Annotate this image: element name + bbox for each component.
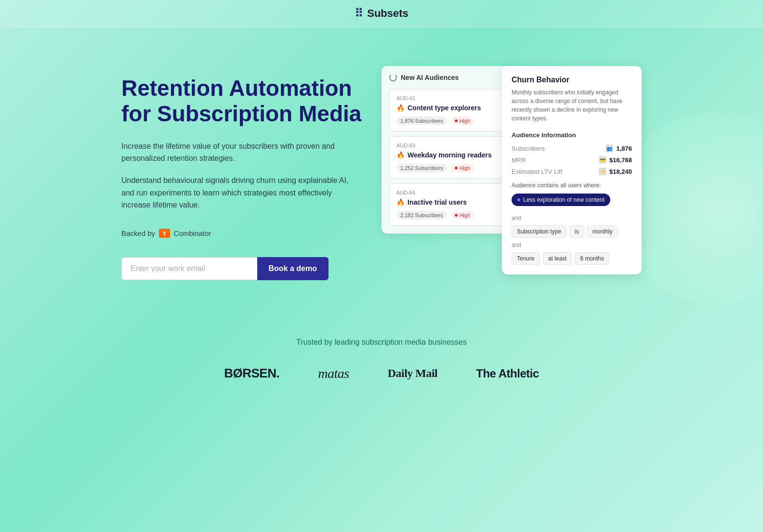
info-row-mrr: MRR 💳 $16,768 [512, 156, 632, 164]
card-name-1: Content type explorers [408, 104, 481, 112]
risk-dot-1 [455, 119, 458, 122]
email-form: Book a demo [121, 257, 329, 280]
ai-panel-header: New AI Audiences [389, 74, 513, 81]
hero-desc1: Increase the lifetime value of your subs… [121, 140, 362, 165]
hero-title: Retention Automation for Subscription Me… [121, 76, 362, 127]
flame-icon-2: 🔥 [396, 151, 405, 159]
audience-card-2[interactable]: AUD-63 🔥 Weekday morning readers 1,252 S… [389, 136, 513, 179]
card-badges-1: 1,876 Subscribers High [396, 117, 506, 125]
audience-card-3[interactable]: AUD-64 🔥 Inactive trial users 2,182 Subs… [389, 183, 513, 226]
logo-text: Subsets [367, 7, 408, 20]
card-name-3: Inactive trial users [408, 198, 467, 206]
brand-matas: matas [318, 366, 349, 381]
info-value-subscribers: 👥 1,876 [605, 144, 632, 152]
brand-logos: BØRSEN. matas Daily Mail The Athletic [19, 366, 744, 381]
trusted-section: Trusted by leading subscription media bu… [0, 309, 763, 401]
condition-tag-sub-type: Subscription type [512, 225, 566, 238]
logo-icon: ⠿ [355, 7, 363, 20]
card-badges-3: 2,182 Subscribers High [396, 211, 506, 220]
audience-contains-label: Audience contains all users where: [512, 182, 632, 189]
card-name-row-2: 🔥 Weekday morning readers [396, 151, 506, 159]
audience-info-title: Audience Information [512, 131, 632, 139]
brand-borsen: BØRSEN. [224, 366, 279, 381]
hero-desc2: Understand behavioural signals driving c… [121, 174, 362, 211]
subscribers-icon: 👥 [605, 144, 613, 152]
flame-icon-1: 🔥 [396, 104, 405, 112]
email-input[interactable] [121, 257, 257, 280]
subscribers-badge-3: 2,182 Subscribers [396, 211, 447, 220]
condition-chip: Less exploration of new content [512, 194, 610, 206]
hero-right: New AI Audiences AUD-61 🔥 Content type e… [382, 66, 642, 259]
ltv-icon: ⚡ [599, 168, 606, 175]
condition-tag-at-least: at least [543, 252, 572, 265]
churn-desc: Monthly subscribers who initially engage… [512, 88, 632, 123]
info-row-subscribers: Subscribers 👥 1,876 [512, 144, 632, 152]
demo-button[interactable]: Book a demo [257, 257, 329, 280]
chip-dot [517, 198, 520, 201]
brand-daily-mail: Daily Mail [388, 367, 438, 380]
condition-tag-monthly: monthly [587, 225, 618, 238]
condition-tag-is: is [569, 225, 584, 238]
condition-tag-months: 6 months [575, 252, 609, 265]
risk-badge-1: High [451, 117, 474, 125]
risk-dot-3 [455, 214, 458, 217]
flame-icon-3: 🔥 [396, 198, 405, 206]
backed-by: Backed by Y Combinator [121, 229, 362, 238]
trusted-label: Trusted by leading subscription media bu… [19, 338, 744, 347]
info-row-ltv: Estimated LTV Lift ⚡ $18,240 [512, 168, 632, 175]
card-name-row-3: 🔥 Inactive trial users [396, 198, 506, 206]
card-id-3: AUD-64 [396, 190, 506, 195]
mrr-icon: 💳 [599, 156, 606, 164]
card-id-1: AUD-61 [396, 95, 506, 101]
yc-badge: Y [159, 229, 170, 238]
card-name-row-1: 🔥 Content type explorers [396, 104, 506, 112]
card-name-2: Weekday morning readers [408, 151, 492, 159]
ai-audiences-panel: New AI Audiences AUD-61 🔥 Content type e… [382, 66, 521, 234]
info-label-subscribers: Subscribers [512, 145, 545, 152]
ai-panel-title: New AI Audiences [401, 74, 459, 81]
churn-title: Churn Behavior [512, 76, 632, 84]
card-id-2: AUD-63 [396, 143, 506, 148]
spinner-icon [389, 74, 397, 81]
risk-badge-3: High [451, 211, 474, 220]
info-label-mrr: MRR [512, 156, 526, 164]
combinator-label: Combinator [174, 229, 211, 237]
logo: ⠿ Subsets [355, 7, 408, 20]
risk-dot-2 [455, 167, 458, 169]
hero-left: Retention Automation for Subscription Me… [121, 66, 362, 280]
info-value-ltv: ⚡ $18,240 [599, 168, 632, 175]
card-badges-2: 1,252 Subscribers High [396, 164, 506, 172]
condition-tag-tenure: Tenure [512, 252, 540, 265]
info-value-mrr: 💳 $16,768 [599, 156, 632, 164]
condition-row-2: Tenure at least 6 months [512, 252, 632, 265]
header: ⠿ Subsets [0, 0, 763, 27]
info-label-ltv: Estimated LTV Lift [512, 168, 562, 175]
risk-badge-2: High [451, 164, 474, 172]
churn-panel: Churn Behavior Monthly subscribers who i… [502, 66, 642, 274]
and-label-1: and [512, 215, 632, 221]
audience-card-1[interactable]: AUD-61 🔥 Content type explorers 1,876 Su… [389, 89, 513, 131]
subscribers-badge-1: 1,876 Subscribers [396, 117, 447, 125]
backed-by-label: Backed by [121, 229, 155, 237]
and-label-2: and [512, 242, 632, 248]
brand-athletic: The Athletic [476, 367, 539, 380]
subscribers-badge-2: 1,252 Subscribers [396, 164, 447, 172]
condition-row-1: Subscription type is monthly [512, 225, 632, 238]
hero-section: Retention Automation for Subscription Me… [92, 27, 671, 309]
